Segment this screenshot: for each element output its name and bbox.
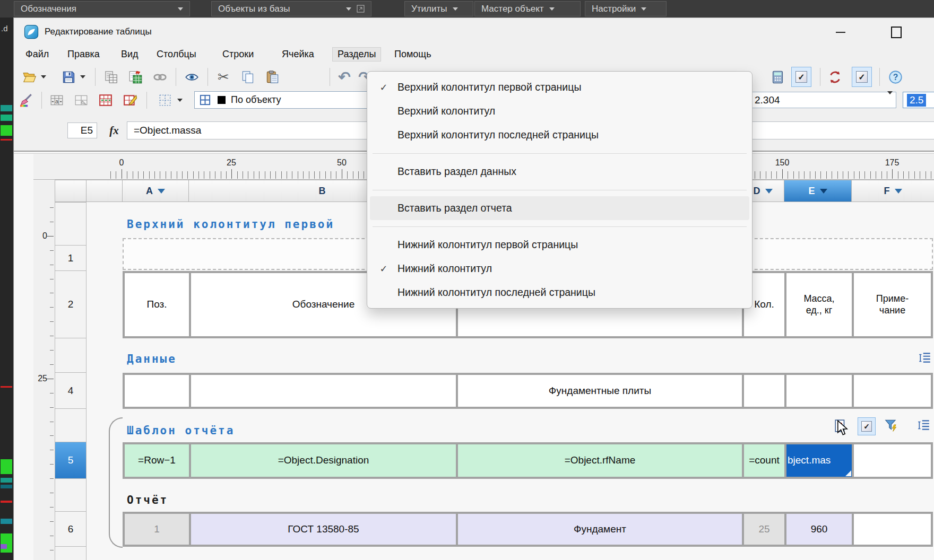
- menu-rows[interactable]: Строки: [218, 47, 258, 62]
- export-excel-button[interactable]: [127, 68, 144, 85]
- cell-f5[interactable]: [854, 444, 931, 477]
- import-table-button[interactable]: [102, 68, 119, 85]
- menu-item-bottom-header[interactable]: ✓ Нижний колонтитул: [370, 257, 749, 281]
- section-label-report[interactable]: Отчёт: [127, 494, 168, 506]
- menu-item-bottom-header-last-page[interactable]: Нижний колонтитул последней страницы: [370, 281, 749, 304]
- cell-f6[interactable]: [854, 514, 931, 545]
- window-titlebar[interactable]: Редактирование таблицы: [14, 18, 934, 46]
- cell-b5[interactable]: =Object.Designation: [191, 444, 458, 477]
- row-header-blank[interactable]: [55, 338, 87, 373]
- column-header-e-selected[interactable]: E: [784, 180, 852, 202]
- menu-item-bottom-header-first-page[interactable]: Нижний колонтитул первой страницы: [370, 233, 749, 257]
- width-dropdown-button[interactable]: [887, 94, 893, 106]
- row-header-6[interactable]: 6: [55, 512, 87, 547]
- menu-item-insert-report-section[interactable]: Вставить раздел отчета: [370, 196, 749, 220]
- column-dropdown-icon[interactable]: [158, 189, 165, 194]
- section-label-data[interactable]: Данные: [127, 353, 177, 365]
- menu-view[interactable]: Вид: [116, 47, 143, 62]
- row-type-combobox[interactable]: По объекту ˅: [194, 91, 379, 109]
- selection-grip[interactable]: [845, 470, 851, 476]
- borders-button[interactable]: [157, 92, 173, 108]
- cell-a2[interactable]: Поз.: [125, 273, 191, 336]
- row-header-2[interactable]: 2: [55, 271, 87, 338]
- cell-a5[interactable]: =Row−1: [125, 444, 191, 477]
- menu-sections[interactable]: Разделы: [332, 47, 381, 62]
- margin-header[interactable]: [87, 180, 123, 202]
- cell-a6[interactable]: 1: [125, 514, 191, 545]
- help-button[interactable]: ?: [887, 68, 904, 85]
- row-header-1[interactable]: 1: [55, 246, 87, 271]
- copy-button[interactable]: [239, 68, 256, 85]
- cell-f2[interactable]: Приме- чание: [854, 273, 931, 336]
- menu-cell[interactable]: Ячейка: [277, 47, 319, 62]
- row-header-blank[interactable]: [55, 547, 87, 560]
- cell-e2[interactable]: Масса, ед., кг: [786, 273, 854, 336]
- paste-button[interactable]: [264, 68, 281, 85]
- minimize-button[interactable]: [834, 25, 847, 39]
- bg-panel-settings[interactable]: Настройки: [585, 1, 667, 16]
- section-label-template[interactable]: Шаблон отчёта: [127, 424, 235, 437]
- corner-header[interactable]: [55, 180, 87, 202]
- cell-e5-selected[interactable]: bject.mas: [786, 444, 854, 477]
- autoupdate-toggle[interactable]: ✓: [852, 67, 872, 87]
- autocalc-toggle[interactable]: ✓: [791, 67, 811, 87]
- undo-button[interactable]: ↶: [336, 68, 353, 85]
- insert-cells-button[interactable]: [98, 92, 114, 108]
- cell-c5[interactable]: =Object.rfName: [458, 444, 744, 477]
- section-label-top-header[interactable]: Верхний колонтитул первой: [127, 218, 334, 231]
- save-button[interactable]: [60, 68, 77, 85]
- report-row6[interactable]: 1 ГОСТ 13580-85 Фундамент 25 960: [123, 512, 933, 547]
- cell-b4[interactable]: [191, 375, 458, 407]
- data-section-settings-button[interactable]: [917, 350, 933, 366]
- bg-panel-object-master[interactable]: Мастер объект: [474, 1, 581, 16]
- cell-d4[interactable]: [744, 375, 786, 407]
- autofit-columns-button[interactable]: a: [49, 92, 65, 108]
- template-structure-button[interactable]: [916, 417, 932, 433]
- menu-item-top-header-first-page[interactable]: ✓ Верхний колонтитул первой страницы: [370, 75, 749, 99]
- menu-item-top-header[interactable]: Верхний колонтитул: [370, 99, 749, 123]
- row-header-blank[interactable]: [55, 409, 87, 442]
- edit-cells-button[interactable]: [122, 92, 138, 108]
- refresh-button[interactable]: [826, 68, 843, 85]
- vertical-ruler[interactable]: 0 25: [33, 180, 55, 560]
- template-toggle[interactable]: ✓: [858, 417, 876, 435]
- menu-file[interactable]: Файл: [21, 47, 54, 62]
- menu-help[interactable]: Помощь: [390, 47, 436, 62]
- menu-item-top-header-last-page[interactable]: Верхний колонтитул последней страницы: [370, 123, 749, 147]
- row-header-blank[interactable]: [55, 202, 87, 246]
- borders-dropdown-button[interactable]: [176, 92, 184, 109]
- cell-c4[interactable]: Фундаментные плиты: [458, 375, 744, 407]
- maximize-button[interactable]: [889, 25, 903, 39]
- bg-panel-designations[interactable]: Обозначения: [14, 1, 190, 16]
- cut-button[interactable]: ✂: [215, 68, 232, 85]
- cell-e6[interactable]: 960: [786, 514, 854, 545]
- cell-d5[interactable]: =count: [744, 444, 786, 477]
- split-cells-button[interactable]: [73, 92, 89, 108]
- column-dropdown-icon[interactable]: [765, 189, 773, 194]
- template-row5[interactable]: =Row−1 =Object.Designation =Object.rfNam…: [123, 442, 933, 479]
- format-painter-button[interactable]: [18, 92, 34, 108]
- cell-f4[interactable]: [854, 375, 931, 407]
- column-header-f[interactable]: F: [852, 180, 934, 202]
- column-header-a[interactable]: A: [123, 180, 189, 202]
- open-button[interactable]: [21, 68, 38, 85]
- column-dropdown-icon[interactable]: [820, 189, 827, 194]
- link-button[interactable]: [151, 68, 168, 85]
- row-header-4[interactable]: 4: [55, 373, 87, 409]
- cell-d6[interactable]: 25: [744, 514, 786, 545]
- row-header-blank[interactable]: [55, 479, 87, 512]
- bg-panel-utilities[interactable]: Утилиты: [404, 1, 473, 16]
- open-dropdown-button[interactable]: [40, 68, 47, 85]
- menu-item-insert-data-section[interactable]: Вставить раздел данных: [370, 160, 749, 183]
- cell-b6[interactable]: ГОСТ 13580-85: [191, 514, 458, 545]
- save-dropdown-button[interactable]: [79, 68, 87, 85]
- menu-columns[interactable]: Столбцы: [152, 47, 201, 62]
- bg-panel-objects-db[interactable]: Объекты из базы: [211, 1, 371, 16]
- filter-button[interactable]: [883, 417, 899, 433]
- cell-c6[interactable]: Фундамент: [458, 514, 744, 545]
- scale-field[interactable]: 2.5: [903, 92, 934, 108]
- data-row4[interactable]: Фундаментные плиты: [123, 373, 933, 409]
- cell-reference-box[interactable]: E5: [67, 122, 97, 138]
- calculate-button[interactable]: [769, 68, 786, 85]
- menu-edit[interactable]: Правка: [63, 47, 105, 62]
